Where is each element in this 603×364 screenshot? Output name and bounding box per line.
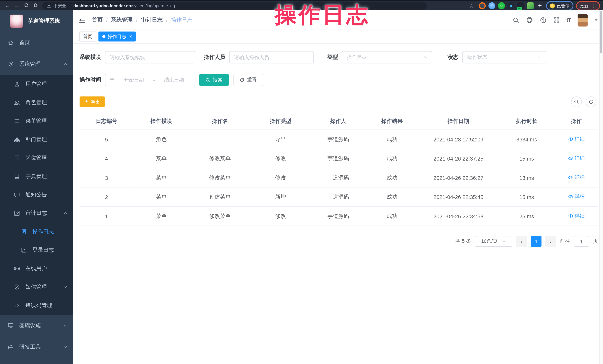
browser-menu-kebab-icon[interactable]: ⋮ xyxy=(591,3,596,9)
table-row: 5角色导出芋道源码成功2021-04-28 17:52:093634 ms详细 xyxy=(80,130,598,149)
sidebar-item-user[interactable]: 用户管理 xyxy=(0,75,73,93)
browser-update-button[interactable]: 更新 ⋮ xyxy=(576,1,600,11)
sidebar-item-dict[interactable]: 字典管理 xyxy=(0,167,73,186)
help-icon[interactable] xyxy=(540,17,546,23)
table-cell-actions: 详细 xyxy=(555,207,598,226)
sidebar-item-audit[interactable]: 审计日志 xyxy=(0,204,73,222)
breadcrumb-item[interactable]: 审计日志 xyxy=(141,17,162,23)
table-cell: 1 xyxy=(80,207,134,226)
breadcrumb-item[interactable]: 首页 xyxy=(92,17,103,23)
operator-label: 操作人员 xyxy=(204,54,225,61)
detail-link-label: 详细 xyxy=(575,174,585,181)
detail-link[interactable]: 详细 xyxy=(568,136,585,143)
chevron-down-icon xyxy=(537,55,542,60)
module-label: 系统模块 xyxy=(80,54,101,61)
detail-link[interactable]: 详细 xyxy=(568,174,585,181)
goto-label: 前往 xyxy=(560,238,570,245)
profile-paused-badge[interactable]: 已暂停 xyxy=(546,1,573,11)
avatar-caret-down-icon[interactable] xyxy=(595,19,598,22)
sidebar-item-code[interactable]: 错误码管理 xyxy=(0,296,73,315)
extensions-puzzle-icon[interactable]: ✚ xyxy=(536,2,543,9)
status-select[interactable]: 操作状态 xyxy=(462,51,546,63)
detail-link[interactable]: 详细 xyxy=(568,193,585,200)
table-cell: 芋道源码 xyxy=(310,207,366,226)
github-icon[interactable] xyxy=(526,17,533,23)
sidebar-item-dept[interactable]: 部门管理 xyxy=(0,130,73,149)
browser-reload-icon[interactable] xyxy=(22,1,31,11)
date-range-picker[interactable]: 开始日期 - 结束日期 xyxy=(105,74,195,86)
url-domain: dashboard.yudao.iocoder.cn xyxy=(73,3,131,8)
sidebar-item-tools[interactable]: 研发工具 xyxy=(0,336,73,358)
table-cell: 3 xyxy=(80,168,134,188)
next-page-button[interactable]: › xyxy=(545,236,556,247)
search-button[interactable]: 搜索 xyxy=(199,74,229,86)
detail-link[interactable]: 详细 xyxy=(568,212,585,220)
current-page-button[interactable]: 1 xyxy=(531,236,542,247)
column-header: 操作结果 xyxy=(366,113,418,130)
table-cell: 2 xyxy=(80,187,134,207)
tag-close-icon[interactable]: × xyxy=(129,34,132,39)
extension-icon-green-v[interactable]: v xyxy=(498,2,505,9)
table-cell-actions: 详细 xyxy=(555,168,598,188)
extension-icon-switch[interactable]: on xyxy=(517,2,524,9)
scrollbar-thumb[interactable] xyxy=(600,11,602,54)
sidebar-item-sms[interactable]: 短信管理 xyxy=(0,278,73,296)
sidebar-item-gear[interactable]: 系统管理 xyxy=(0,54,73,75)
table-cell: 2021-04-26 22:34:58 xyxy=(418,207,499,226)
goto-page-input[interactable] xyxy=(574,236,589,247)
toggle-search-button[interactable] xyxy=(571,97,582,107)
reset-button[interactable]: 重置 xyxy=(233,74,263,86)
table-cell: 15 ms xyxy=(499,187,555,207)
extension-icon-orange[interactable] xyxy=(479,2,486,9)
sidebar-item-post[interactable]: 岗位管理 xyxy=(0,149,73,167)
extension-icon-blue-pin[interactable] xyxy=(488,2,495,9)
extension-icon-gem[interactable]: ◆ xyxy=(508,2,515,9)
bookmark-star-icon[interactable]: ☆ xyxy=(467,1,476,11)
tag-active[interactable]: 操作日志× xyxy=(98,32,136,42)
browser-home-icon[interactable] xyxy=(31,1,40,11)
operator-input[interactable] xyxy=(229,51,314,63)
screen: ← → 不安全 | dashboard.yudao.iocoder.cn/sys… xyxy=(0,0,603,364)
prev-page-button[interactable]: ‹ xyxy=(516,236,527,247)
refresh-table-button[interactable] xyxy=(586,97,596,107)
export-button[interactable]: 导出 xyxy=(80,97,105,107)
font-size-icon[interactable]: tT xyxy=(566,17,571,23)
sidebar-item-label: 短信管理 xyxy=(25,284,47,290)
table-cell: 导出 xyxy=(251,130,310,149)
dict-icon xyxy=(14,173,20,179)
fullscreen-icon[interactable] xyxy=(553,17,559,23)
page-size-select[interactable]: 10条/页 xyxy=(475,236,512,247)
sidebar-item-label: 菜单管理 xyxy=(25,118,47,124)
sidebar-item-menulist[interactable]: 菜单管理 xyxy=(0,112,73,130)
sidebar-item-role[interactable]: 角色管理 xyxy=(0,93,73,112)
sidebar-item-home[interactable]: 首页 xyxy=(0,32,73,54)
browser-back-icon[interactable]: ← xyxy=(3,1,12,11)
sidebar-item-loginlog[interactable]: 登录日志 xyxy=(0,241,73,259)
breadcrumb-separator: / xyxy=(106,17,108,23)
search-icon xyxy=(574,99,579,104)
table-cell: 菜单 xyxy=(133,168,189,188)
sidebar-item-notice[interactable]: 通知公告 xyxy=(0,186,73,204)
sidebar-logo[interactable]: 芋道管理系统 xyxy=(0,11,73,32)
page-scrollbar[interactable] xyxy=(599,11,603,364)
table-cell: 修改 xyxy=(251,149,310,168)
page-unit-label: 页 xyxy=(593,238,598,245)
search-icon[interactable] xyxy=(512,17,519,23)
collapse-sidebar-icon[interactable] xyxy=(78,16,86,23)
breadcrumb-separator: / xyxy=(136,17,138,23)
sidebar-item-label: 基础设施 xyxy=(19,322,41,329)
sidebar-item-oplog[interactable]: 操作日志 xyxy=(0,222,73,241)
type-select[interactable]: 操作类型 xyxy=(342,51,432,63)
tag-item[interactable]: 首页 xyxy=(79,32,96,42)
module-input[interactable] xyxy=(105,51,195,63)
detail-link[interactable]: 详细 xyxy=(568,155,585,162)
sidebar-item-infra[interactable]: 基础设施 xyxy=(0,315,73,336)
sidebar: 芋道管理系统 首页系统管理用户管理角色管理菜单管理部门管理岗位管理字典管理通知公… xyxy=(0,11,73,364)
sidebar-item-online[interactable]: 在线用户 xyxy=(0,259,73,278)
pagination-total: 共 5 条 xyxy=(455,238,471,245)
browser-forward-icon[interactable]: → xyxy=(12,1,22,11)
extension-icon-green-leaf[interactable] xyxy=(527,2,534,9)
breadcrumb-item[interactable]: 系统管理 xyxy=(111,17,133,23)
url-text: dashboard.yudao.iocoder.cn/system/log/op… xyxy=(73,3,175,8)
user-avatar[interactable] xyxy=(578,13,588,26)
